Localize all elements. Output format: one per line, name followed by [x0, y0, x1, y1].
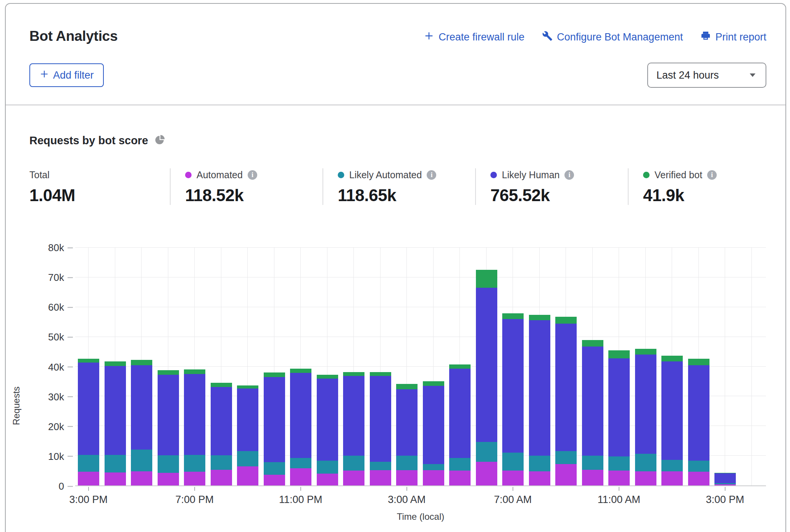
- create-firewall-rule-link[interactable]: Create firewall rule: [424, 31, 524, 44]
- bar-segment-likely-automated: [158, 455, 179, 473]
- bar-segment-likely-automated: [211, 455, 232, 469]
- bar-segment-likely-automated: [555, 451, 577, 464]
- bar-10-00-pm[interactable]: [264, 248, 285, 485]
- bar-9-00-pm[interactable]: [237, 248, 258, 485]
- bar-segment-likely-automated: [608, 456, 630, 471]
- bar-segment-likely-human: [105, 366, 126, 455]
- stat-label: Total: [29, 169, 50, 181]
- y-tick-mark: [68, 456, 73, 457]
- bar-segment-likely-automated: [131, 450, 152, 472]
- bar-3-00-pm[interactable]: [714, 248, 736, 485]
- bar-segment-likely-human: [158, 375, 179, 455]
- info-icon[interactable]: i: [564, 170, 574, 180]
- print-report-link[interactable]: Print report: [700, 31, 766, 44]
- y-tick-mark: [68, 337, 73, 337]
- x-tick-label: 11:00 AM: [598, 494, 640, 506]
- bar-segment-automated: [158, 473, 179, 485]
- bar-5-00-pm[interactable]: [131, 248, 152, 485]
- legend-dot-verified-bot: [643, 172, 650, 178]
- y-tick-label: 70k: [48, 272, 64, 284]
- bar-segment-likely-human: [449, 369, 471, 458]
- bar-segment-likely-human: [555, 324, 577, 451]
- bar-segment-automated: [131, 471, 152, 485]
- bar-segment-likely-human: [131, 365, 152, 449]
- bar-7-00-pm[interactable]: [184, 248, 205, 485]
- bar-segment-verified-bot: [290, 369, 311, 373]
- x-tick-mark: [88, 487, 89, 491]
- bar-8-00-am[interactable]: [529, 248, 550, 485]
- time-range-select[interactable]: Last 24 hours: [647, 63, 766, 88]
- bar-6-00-am[interactable]: [476, 248, 497, 485]
- bar-segment-likely-human: [184, 374, 205, 455]
- bar-8-00-pm[interactable]: [211, 248, 232, 485]
- x-tick-mark: [619, 487, 619, 491]
- x-tick-mark: [194, 487, 195, 491]
- chevron-down-icon: [748, 69, 757, 81]
- y-tick-mark: [68, 426, 73, 427]
- bar-segment-likely-automated: [105, 455, 126, 472]
- bar-segment-verified-bot: [237, 385, 258, 389]
- time-range-value: Last 24 hours: [656, 69, 719, 81]
- bar-segment-likely-automated: [396, 456, 418, 470]
- add-filter-button[interactable]: Add filter: [29, 63, 104, 87]
- bar-12-00-am[interactable]: [317, 248, 338, 485]
- bar-3-00-am[interactable]: [396, 248, 418, 485]
- y-tick-mark: [68, 397, 73, 397]
- bar-1-00-am[interactable]: [343, 248, 364, 485]
- x-tick-mark: [406, 487, 407, 491]
- x-tick-mark: [725, 487, 726, 491]
- bar-segment-likely-human: [608, 358, 630, 456]
- bar-segment-verified-bot: [343, 372, 364, 376]
- y-tick-label: 30k: [48, 391, 64, 403]
- x-tick-label: 3:00 PM: [69, 494, 108, 506]
- bar-6-00-pm[interactable]: [158, 248, 179, 485]
- bar-segment-automated: [688, 472, 709, 485]
- wrench-icon: [542, 31, 553, 44]
- bar-11-00-pm[interactable]: [290, 248, 311, 485]
- bars-container: [75, 248, 766, 485]
- x-tick-label: 3:00 AM: [388, 494, 426, 506]
- bar-segment-likely-automated: [502, 453, 524, 471]
- bar-12-00-pm[interactable]: [635, 248, 656, 485]
- info-icon[interactable]: i: [427, 170, 436, 180]
- bar-7-00-am[interactable]: [502, 248, 524, 485]
- info-icon[interactable]: i: [707, 170, 717, 180]
- bar-4-00-am[interactable]: [423, 248, 444, 485]
- stat-likely-automated: Likely Automated i 118.65k: [322, 168, 475, 205]
- x-axis-title: Time (local): [75, 511, 766, 522]
- bar-segment-likely-automated: [237, 451, 258, 466]
- bar-segment-verified-bot: [317, 375, 338, 379]
- info-icon[interactable]: i: [248, 170, 257, 180]
- bar-2-00-pm[interactable]: [688, 248, 709, 485]
- bar-4-00-pm[interactable]: [105, 248, 126, 485]
- bar-5-00-am[interactable]: [449, 248, 471, 485]
- bar-2-00-am[interactable]: [370, 248, 391, 485]
- x-tick-label: 7:00 PM: [175, 494, 214, 506]
- bar-9-00-am[interactable]: [555, 248, 577, 485]
- bar-segment-likely-automated: [635, 454, 656, 471]
- x-tick-label: 11:00 PM: [279, 494, 322, 506]
- bar-segment-automated: [237, 466, 258, 485]
- card-header: Bot Analytics Create firewall rule Confi…: [6, 4, 785, 105]
- legend-dot-automated: [185, 172, 192, 178]
- printer-icon: [700, 31, 711, 44]
- legend-dot-likely-automated: [338, 172, 344, 178]
- bar-11-00-am[interactable]: [608, 248, 630, 485]
- stat-label: Likely Automated: [349, 169, 422, 181]
- bar-1-00-pm[interactable]: [661, 248, 683, 485]
- bar-3-00-pm[interactable]: [78, 248, 99, 485]
- action-label: Configure Bot Management: [557, 31, 683, 43]
- x-tick-label: 3:00 PM: [706, 494, 744, 506]
- configure-bot-management-link[interactable]: Configure Bot Management: [542, 31, 683, 44]
- bar-segment-likely-human: [714, 473, 736, 483]
- bot-analytics-card: Bot Analytics Create firewall rule Confi…: [5, 3, 786, 532]
- bar-segment-automated: [714, 484, 736, 485]
- add-filter-label: Add filter: [53, 69, 94, 81]
- bar-segment-automated: [317, 474, 338, 485]
- stat-value: 118.52k: [185, 186, 322, 205]
- y-tick-label: 40k: [48, 361, 64, 373]
- bar-segment-likely-automated: [184, 455, 205, 472]
- y-tick-mark: [68, 307, 73, 308]
- bar-10-00-am[interactable]: [582, 248, 603, 485]
- bar-segment-verified-bot: [635, 349, 656, 355]
